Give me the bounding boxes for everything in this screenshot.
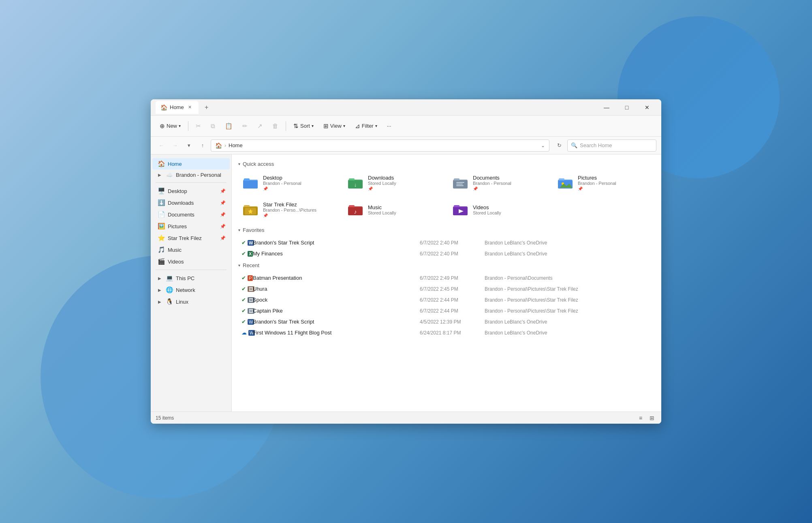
desktop-card-sub: Brandon - Personal xyxy=(263,181,301,186)
minimize-button[interactable]: — xyxy=(597,101,616,114)
music-folder-icon: ♪ xyxy=(348,201,364,218)
recent-header[interactable]: ▾ Recent xyxy=(238,262,655,268)
svg-rect-3 xyxy=(244,178,250,181)
sidebar-item-desktop[interactable]: 🖥️ Desktop 📌 xyxy=(152,185,230,197)
recent-row-0[interactable]: ✔ P Batman Presentation 6/7/2022 2:49 PM… xyxy=(238,272,655,283)
toolbar: ⊕ New ▾ ✂ ⧉ 📋 ✏ ↗ 🗑 ⇅ Sort ▾ ⊞ xyxy=(151,116,661,137)
brandon-cloud-icon: ☁️ xyxy=(165,172,173,178)
paste-button: 📋 xyxy=(221,119,237,133)
recent-locations-button[interactable]: ▾ xyxy=(183,140,194,151)
svg-text:♪: ♪ xyxy=(354,208,357,215)
svg-text:⭐: ⭐ xyxy=(248,209,253,214)
sidebar-item-startrek[interactable]: ⭐ Star Trek Filez 📌 xyxy=(152,232,230,244)
pictures-card-pin: 📌 xyxy=(578,186,616,191)
favorites-header[interactable]: ▾ Favorites xyxy=(238,227,655,233)
search-box[interactable]: 🔍 Search Home xyxy=(567,139,656,152)
content-area: ▾ Quick access xyxy=(232,154,661,412)
linux-expand-icon: ▶ xyxy=(158,300,161,304)
window-controls: — □ ✕ xyxy=(597,101,656,114)
folder-card-startrek[interactable]: ⭐ Star Trek Filez Brandon - Perso...\Pic… xyxy=(238,198,340,221)
brandon-sidebar-label: Brandon - Personal xyxy=(176,172,226,178)
recent-row-5-location: Brandon LeBlanc's OneDrive xyxy=(485,330,652,336)
fav-row-1[interactable]: ✔ X My Finances 6/7/2022 2:40 PM Brandon… xyxy=(238,248,655,259)
fav-row-0-sync: ✔ xyxy=(241,240,246,246)
sidebar-item-music[interactable]: 🎵 Music xyxy=(152,244,230,255)
search-icon: 🔍 xyxy=(571,142,577,148)
folder-card-documents[interactable]: Documents Brandon - Personal 📌 xyxy=(448,171,550,195)
sidebar-item-videos[interactable]: 🎬 Videos xyxy=(152,256,230,267)
music-card-sub: Stored Locally xyxy=(368,210,396,215)
tab-close-button[interactable]: ✕ xyxy=(186,104,194,111)
folder-card-desktop[interactable]: Desktop Brandon - Personal 📌 xyxy=(238,171,340,195)
fav-row-1-sync: ✔ xyxy=(241,251,246,257)
fav-row-0[interactable]: ✔ W Brandon's Star Trek Script 6/7/2022 … xyxy=(238,237,655,248)
toolbar-sep-2 xyxy=(286,121,286,131)
more-button[interactable]: ··· xyxy=(383,119,395,133)
favorites-list: ✔ W Brandon's Star Trek Script 6/7/2022 … xyxy=(238,237,655,259)
downloads-card-info: Downloads Stored Locally 📌 xyxy=(368,175,396,191)
svg-rect-11 xyxy=(456,182,464,183)
recent-row-2-name: Spock xyxy=(253,297,420,303)
recent-row-5-date: 6/24/2021 8:17 PM xyxy=(420,330,485,336)
quick-access-header[interactable]: ▾ Quick access xyxy=(238,161,655,167)
recent-row-3[interactable]: ✔ 🖼 Captain Pike 6/7/2022 2:44 PM Brando… xyxy=(238,305,655,316)
new-dropdown-arrow: ▾ xyxy=(179,124,181,128)
recent-chevron: ▾ xyxy=(238,263,240,268)
new-icon: ⊕ xyxy=(160,122,165,130)
sidebar-divider-2 xyxy=(156,270,227,270)
new-button[interactable]: ⊕ New ▾ xyxy=(156,119,185,133)
sidebar-item-pictures[interactable]: 🖼️ Pictures 📌 xyxy=(152,221,230,232)
recent-row-4[interactable]: ✔ W Brandon's Star Trek Script 4/5/2022 … xyxy=(238,316,655,327)
videos-card-sub: Stored Locally xyxy=(473,210,501,215)
sort-button[interactable]: ⇅ Sort ▾ xyxy=(289,119,318,133)
share-button: ↗ xyxy=(253,119,267,133)
recent-label: Recent xyxy=(243,262,259,268)
forward-button: → xyxy=(169,140,181,151)
recent-row-1[interactable]: ✔ 🖼 Uhura 6/7/2022 2:45 PM Brandon - Per… xyxy=(238,283,655,294)
recent-list: ✔ P Batman Presentation 6/7/2022 2:49 PM… xyxy=(238,272,655,338)
documents-card-pin: 📌 xyxy=(473,186,511,191)
cut-button: ✂ xyxy=(192,119,205,133)
brandon-expand-icon: ▶ xyxy=(158,173,161,177)
recent-row-3-icon: ✔ 🖼 xyxy=(241,308,253,314)
main-area: 🏠 Home ▶ ☁️ Brandon - Personal 🖥️ Deskto… xyxy=(151,154,661,412)
recent-row-3-location: Brandon - Personal\Pictures\Star Trek Fi… xyxy=(485,308,652,314)
address-dropdown-icon[interactable]: ⌄ xyxy=(541,143,545,148)
downloads-pin-icon: 📌 xyxy=(220,200,226,206)
home-tab[interactable]: 🏠 Home ✕ xyxy=(156,101,199,114)
downloads-card-sub: Stored Locally xyxy=(368,181,396,186)
filter-button[interactable]: ⊿ Filter ▾ xyxy=(351,119,381,133)
list-view-button[interactable]: ≡ xyxy=(636,414,645,422)
recent-row-2[interactable]: ✔ 🖼 Spock 6/7/2022 2:44 PM Brandon - Per… xyxy=(238,294,655,305)
recent-row-4-icon: ✔ W xyxy=(241,319,253,325)
sidebar-item-brandon[interactable]: ▶ ☁️ Brandon - Personal xyxy=(152,170,230,180)
folder-card-pictures[interactable]: Pictures Brandon - Personal 📌 xyxy=(553,171,655,195)
address-input[interactable]: 🏠 › Home ⌄ xyxy=(211,139,549,152)
startrek-sidebar-label: Star Trek Filez xyxy=(168,235,218,241)
close-button[interactable]: ✕ xyxy=(638,101,656,114)
recent-row-3-date: 6/7/2022 2:44 PM xyxy=(420,308,485,314)
folder-card-downloads[interactable]: ↓ Downloads Stored Locally 📌 xyxy=(343,171,445,195)
sidebar-item-home[interactable]: 🏠 Home xyxy=(152,158,230,169)
refresh-button[interactable]: ↻ xyxy=(553,140,565,151)
recent-row-5[interactable]: ☁ W First Windows 11 Flight Blog Post 6/… xyxy=(238,327,655,338)
grid-view-button[interactable]: ⊞ xyxy=(647,414,656,422)
sidebar-item-network[interactable]: ▶ 🌐 Network xyxy=(152,284,230,296)
up-button[interactable]: ↑ xyxy=(197,140,208,151)
fav-row-1-date: 6/7/2022 2:40 PM xyxy=(420,251,485,257)
new-tab-button[interactable]: + xyxy=(201,102,212,113)
maximize-button[interactable]: □ xyxy=(618,101,636,114)
sidebar-item-downloads[interactable]: ⬇️ Downloads 📌 xyxy=(152,197,230,208)
fav-row-0-location: Brandon LeBlanc's OneDrive xyxy=(485,240,652,246)
sidebar-item-linux[interactable]: ▶ 🐧 Linux xyxy=(152,296,230,307)
sidebar-item-thispc[interactable]: ▶ 💻 This PC xyxy=(152,272,230,284)
view-button[interactable]: ⊞ View ▾ xyxy=(319,119,349,133)
folder-card-music[interactable]: ♪ Music Stored Locally xyxy=(343,198,445,221)
thispc-expand-icon: ▶ xyxy=(158,276,161,281)
sidebar-item-documents[interactable]: 📄 Documents 📌 xyxy=(152,209,230,220)
sidebar: 🏠 Home ▶ ☁️ Brandon - Personal 🖥️ Deskto… xyxy=(151,154,232,412)
recent-row-4-date: 4/5/2022 12:39 PM xyxy=(420,319,485,325)
folder-card-videos[interactable]: Videos Stored Locally xyxy=(448,198,550,221)
delete-button: 🗑 xyxy=(268,119,282,133)
recent-row-1-sync: ✔ xyxy=(241,286,246,292)
